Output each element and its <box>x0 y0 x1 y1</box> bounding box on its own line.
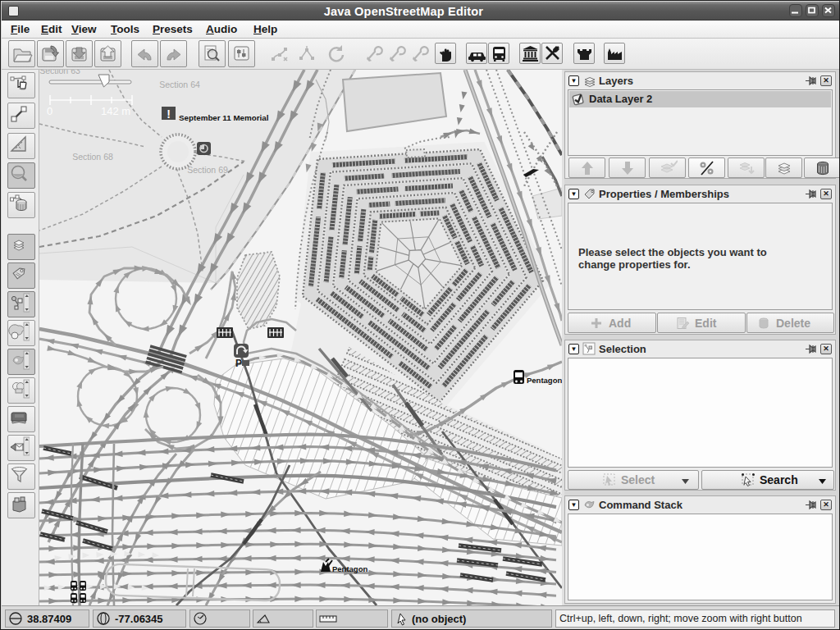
svg-text:Pentagon: Pentagon <box>527 376 562 385</box>
svg-text:142 m: 142 m <box>101 105 130 117</box>
svg-text:Section 63: Section 63 <box>39 70 80 75</box>
svg-text:Section 68: Section 68 <box>72 152 113 162</box>
svg-text:P: P <box>235 358 242 369</box>
svg-text:Section 64: Section 64 <box>159 80 200 89</box>
svg-text:Section 69: Section 69 <box>187 165 228 175</box>
svg-text:Pentagon: Pentagon <box>332 564 368 573</box>
svg-text:0: 0 <box>47 105 52 117</box>
svg-text:September 11 Memorial: September 11 Memorial <box>179 113 269 122</box>
svg-text:!: ! <box>167 107 171 121</box>
